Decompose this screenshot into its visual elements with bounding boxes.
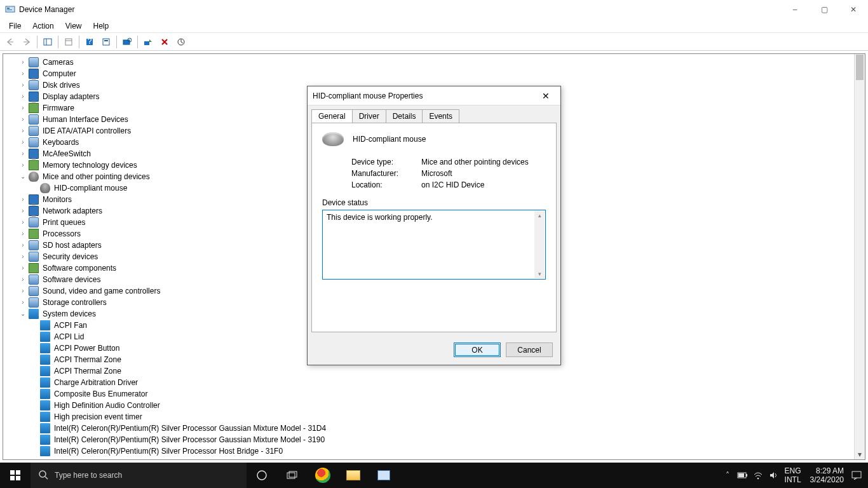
tree-node-label: Mice and other pointing devices [41,171,151,182]
taskbar-app-chrome[interactable] [308,463,338,488]
scroll-thumb[interactable] [856,55,864,80]
expand-icon[interactable]: › [18,159,27,171]
tree-node-label: ACPI Thermal Zone [53,354,123,365]
expand-icon[interactable]: › [18,79,27,91]
tree-node[interactable]: Intel(R) Celeron(R)/Pentium(R) Silver Pr… [7,445,865,457]
menu-action[interactable]: Action [27,20,58,32]
toolbar: ? [0,33,868,51]
expand-icon[interactable]: › [18,240,27,251]
tab-events[interactable]: Events [422,109,459,123]
tree-node[interactable]: Charge Arbitration Driver [7,377,865,388]
expand-icon[interactable]: › [18,125,27,137]
tab-driver[interactable]: Driver [352,109,386,123]
clock[interactable]: 8:29 AM 3/24/2020 [805,466,849,484]
tree-node-label: Monitors [41,194,73,205]
device-status-box[interactable]: This device is working properly. ▴ ▾ [322,210,546,280]
tree-node[interactable]: Intel(R) Celeron(R)/Pentium(R) Silver Pr… [7,423,865,434]
tree-node[interactable]: High precision event timer [7,411,865,423]
update-driver-button[interactable] [173,35,189,49]
status-scrollbar[interactable]: ▴ ▾ [534,211,545,278]
tree-node[interactable]: Intel(R) Celeron(R)/Pentium(R) Silver Pr… [7,434,865,445]
expand-icon[interactable]: › [18,262,27,274]
minimize-button[interactable]: – [780,0,810,19]
tray-overflow-icon[interactable]: ˄ [720,463,735,488]
collapse-icon[interactable]: ⌄ [18,308,27,320]
properties-button[interactable] [61,35,76,49]
expand-icon[interactable]: › [18,228,27,240]
expand-icon[interactable]: › [18,137,27,148]
device-icon [29,217,39,227]
dialog-titlebar[interactable]: HID-compliant mouse Properties ✕ [308,86,560,105]
start-button[interactable] [0,463,31,488]
label-location: Location: [351,180,421,189]
action-center-icon[interactable] [849,463,864,488]
menu-help[interactable]: Help [88,20,114,32]
collapse-icon[interactable]: ⌄ [18,171,27,182]
tree-node-label: High precision event timer [53,411,144,423]
tab-general[interactable]: General [311,109,353,123]
tree-node[interactable]: Composite Bus Enumerator [7,388,865,400]
device-icon [29,160,39,170]
scan-hardware-button[interactable] [119,35,135,49]
toolbar-separator [116,36,117,48]
device-icon [29,114,39,125]
dialog-close-button[interactable]: ✕ [536,86,555,105]
wifi-icon[interactable] [750,463,766,488]
expand-icon[interactable]: › [18,102,27,114]
taskbar-search[interactable]: Type here to search [31,463,247,488]
action-button[interactable] [98,35,114,49]
battery-icon[interactable] [735,463,750,488]
maximize-button[interactable]: ▢ [810,0,839,19]
close-button[interactable]: ✕ [839,0,868,19]
nav-back-button[interactable] [3,35,18,49]
language-indicator[interactable]: ENG INTL [781,466,805,484]
tab-details[interactable]: Details [386,109,423,123]
expand-icon[interactable]: › [18,217,27,228]
help-button[interactable]: ? [82,35,97,49]
expand-icon[interactable]: › [18,68,27,79]
system-tray: ˄ ENG INTL 8:29 AM 3/24/2020 [720,463,868,488]
nav-forward-button[interactable] [19,35,34,49]
device-icon [29,92,39,102]
expand-icon[interactable]: › [18,194,27,205]
device-icon [40,320,50,330]
taskbar-app-explorer[interactable] [338,463,369,488]
vertical-scrollbar[interactable]: ▴ ▾ [854,54,865,459]
tree-node-label: ACPI Power Button [53,342,121,354]
taskbar-app-device-manager[interactable] [369,463,399,488]
svg-point-19 [39,471,46,477]
device-icon [29,229,39,239]
enable-device-button[interactable] [140,35,156,49]
volume-icon[interactable] [766,463,781,488]
tree-node-label: Processors [41,228,82,240]
scroll-down-icon[interactable]: ▾ [855,449,865,459]
toolbar-separator [37,36,37,48]
tree-node[interactable]: High Definition Audio Controller [7,400,865,411]
ok-button[interactable]: OK [454,342,501,357]
tree-node-label: IDE ATA/ATAPI controllers [41,125,132,137]
expand-icon[interactable]: › [18,205,27,217]
svg-rect-16 [16,470,20,475]
task-view-button[interactable] [277,463,308,488]
tree-node[interactable]: ›Cameras [7,57,865,68]
expand-icon[interactable]: › [18,297,27,308]
svg-point-27 [757,478,759,480]
show-hide-tree-button[interactable] [40,35,55,49]
expand-icon[interactable]: › [18,285,27,297]
cancel-button[interactable]: Cancel [506,342,553,357]
expand-icon[interactable]: › [18,274,27,285]
menu-file[interactable]: File [4,20,26,32]
expand-icon[interactable]: › [18,114,27,125]
expand-icon[interactable]: › [18,251,27,262]
uninstall-device-button[interactable] [157,35,172,49]
tree-node[interactable]: ›Computer [7,68,865,79]
cortana-button[interactable] [247,463,277,488]
tree-node[interactable]: ACPI Thermal Zone [7,365,865,377]
tree-node-label: Sound, video and game controllers [41,285,161,297]
label-device-status: Device status [322,198,546,207]
expand-icon[interactable]: › [18,148,27,159]
expand-icon[interactable]: › [18,57,27,68]
svg-rect-10 [104,40,108,41]
expand-icon[interactable]: › [18,91,27,102]
menu-view[interactable]: View [60,20,87,32]
